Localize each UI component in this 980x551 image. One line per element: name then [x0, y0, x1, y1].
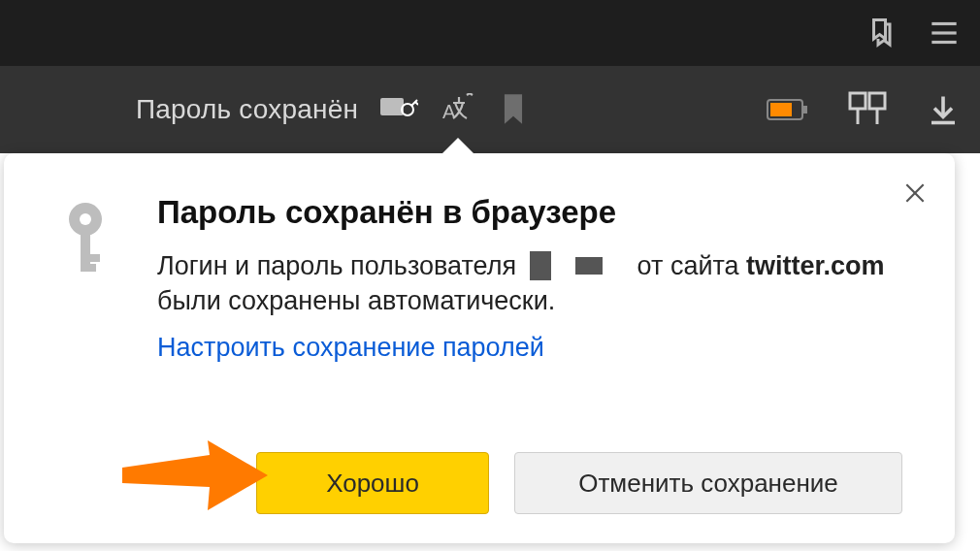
menu-icon[interactable] — [926, 15, 963, 51]
svg-marker-24 — [122, 440, 268, 510]
battery-icon[interactable] — [767, 97, 809, 122]
popup-buttons: Хорошо Отменить сохранение — [256, 452, 902, 514]
close-icon[interactable] — [902, 180, 928, 210]
redacted-username-1 — [530, 251, 551, 280]
password-saved-popup: Пароль сохранён в браузере Логин и парол… — [4, 153, 955, 543]
svg-rect-10 — [770, 103, 792, 116]
cancel-save-button[interactable]: Отменить сохранение — [514, 452, 902, 514]
password-settings-link[interactable]: Настроить сохранение паролей — [157, 333, 906, 363]
annotation-arrow — [122, 440, 268, 514]
svg-point-20 — [80, 213, 91, 225]
site-name: twitter.com — [746, 251, 885, 280]
extensions-panel-icon[interactable] — [848, 91, 887, 128]
redacted-username-2 — [575, 257, 603, 275]
top-toolbar — [0, 0, 980, 66]
body-prefix: Логин и пароль пользователя — [157, 251, 516, 280]
svg-rect-11 — [850, 93, 866, 109]
svg-rect-23 — [81, 264, 96, 272]
card-key-icon[interactable] — [379, 95, 418, 124]
svg-rect-3 — [380, 98, 404, 115]
download-icon[interactable] — [926, 92, 961, 127]
address-bar-status: Пароль сохранён A — [136, 93, 702, 126]
popup-title: Пароль сохранён в браузере — [157, 194, 906, 231]
popup-body: Логин и пароль пользователя от сайта twi… — [157, 248, 906, 319]
popup-caret — [441, 138, 475, 155]
address-bar-area: Пароль сохранён A — [0, 66, 980, 153]
ok-button[interactable]: Хорошо — [256, 452, 489, 514]
password-saved-status: Пароль сохранён — [136, 94, 358, 125]
body-suffix: были сохранены автоматически. — [157, 286, 555, 315]
svg-rect-12 — [869, 93, 885, 109]
translate-icon[interactable]: A — [440, 93, 478, 126]
bookmark-flat-icon[interactable] — [500, 93, 527, 126]
svg-rect-9 — [803, 106, 807, 113]
bookmarks-icon[interactable] — [864, 16, 898, 50]
svg-line-6 — [415, 102, 418, 105]
svg-rect-22 — [81, 254, 100, 262]
key-icon — [52, 194, 118, 363]
svg-text:A: A — [442, 101, 456, 122]
body-mid: от сайта — [637, 251, 739, 280]
